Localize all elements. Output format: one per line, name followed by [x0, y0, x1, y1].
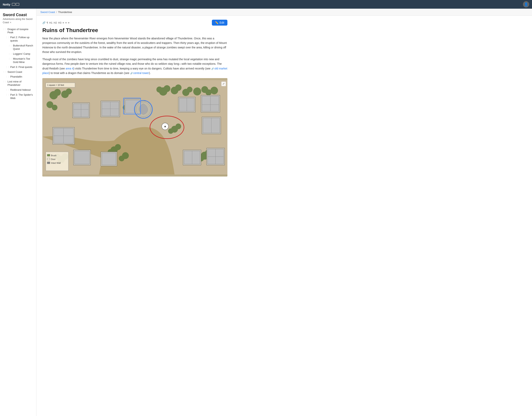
svg-rect-71 [74, 151, 90, 164]
main-layout: Sword Coast Adventures along the Sword C… [0, 9, 532, 416]
svg-text:Intact Wall: Intact Wall [51, 162, 61, 164]
svg-point-7 [187, 87, 193, 93]
article-paragraph-1: Near the place where the Neverwinter Riv… [42, 36, 227, 54]
drag-handle-icon[interactable]: ⋮⋮ [6, 75, 10, 78]
list1-tool[interactable]: ≡ [63, 21, 64, 24]
svg-rect-86 [47, 158, 50, 160]
sidebar-item-label: Redbrand hideout [10, 88, 35, 92]
svg-point-3 [156, 86, 163, 93]
svg-point-5 [175, 85, 182, 91]
svg-point-11 [211, 87, 218, 94]
drag-handle-icon[interactable]: ⋮⋮ [6, 66, 10, 68]
h2-tool[interactable]: H2 [54, 21, 57, 24]
drag-handle-icon[interactable]: ⋮⋮ [6, 89, 10, 91]
svg-point-2 [164, 85, 171, 92]
sidebar-item-label: Mountain's Toe Gold Mine [13, 57, 35, 64]
drag-handle-icon[interactable]: ⋮⋮ [8, 53, 12, 55]
breadcrumb: Sword Coast / Thundertree [36, 9, 532, 16]
sidebar-title: Sword Coast [0, 11, 36, 18]
sidebar-item-lost-mine[interactable]: ⋮⋮Lost mine of Phandelver [0, 79, 36, 88]
svg-point-33 [168, 129, 174, 134]
svg-text:Door: Door [51, 158, 56, 160]
sidebar-item-part3-spiders-web[interactable]: ⋮⋮Part 3: The Spider's Web [0, 93, 36, 101]
sidebar-item-label: Part 2: Follow up quests [10, 36, 35, 43]
drag-handle-icon[interactable]: ⋮⋮ [3, 80, 7, 83]
h3-tool[interactable]: H3 [58, 21, 61, 24]
map-svg: ★ [42, 78, 227, 177]
sidebar-item-label: Butterskull Ranch Quest [13, 44, 35, 51]
svg-point-15 [66, 88, 72, 95]
dungeon-map: ★ [42, 78, 227, 177]
drag-handle-icon[interactable]: ⋮⋮ [6, 94, 10, 96]
sidebar-item-butterskull[interactable]: ⋮⋮Butterskull Ranch Quest [0, 43, 36, 52]
sidebar-item-phandalin[interactable]: ⋮⋮Phandallin [0, 74, 36, 79]
svg-point-8 [193, 87, 201, 95]
close-icon[interactable]: ✕ [10, 21, 11, 24]
content-area: 🔗 ¶ H1 H2 H3 ≡ ≡ ≡ ✏️ Edit Ruins of Thun… [36, 16, 233, 184]
map-container: ★ [42, 78, 227, 177]
sidebar-item-label: Part 3: Final quests [10, 66, 35, 69]
central-tower-link[interactable]: 🔗central tower [130, 71, 149, 75]
drag-handle-icon[interactable]: ⋮⋮ [8, 44, 12, 47]
edit-button[interactable]: ✏️ Edit [212, 20, 227, 26]
svg-point-13 [54, 89, 61, 96]
drag-handle-icon[interactable]: ⋮⋮ [3, 71, 7, 73]
sidebar-item-label: Dragon of Icespire Peak [8, 28, 35, 34]
topbar-left: Notty [3, 3, 19, 6]
sidebar: Sword Coast Adventures along the Sword C… [0, 9, 36, 416]
app-logo: Notty [3, 3, 10, 6]
sidebar-items: ⋮⋮Dragon of Icespire Peak⋮⋮Part 2: Follo… [0, 26, 36, 102]
sidebar-item-label: Loggers' Camp [13, 52, 35, 56]
area4-link[interactable]: area 4 [66, 67, 73, 70]
svg-rect-73 [102, 153, 116, 165]
sidebar-item-part3-final[interactable]: ⋮⋮Part 3: Final quests [0, 65, 36, 70]
svg-text:⤢: ⤢ [222, 82, 225, 85]
drag-handle-icon[interactable]: ⋮⋮ [3, 28, 7, 30]
main-content: Sword Coast / Thundertree 🔗 ¶ H1 H2 H3 ≡… [36, 9, 532, 416]
format-toolbar: 🔗 ¶ H1 H2 H3 ≡ ≡ ≡ [42, 21, 69, 24]
list2-tool[interactable]: ≡ [65, 21, 67, 24]
article-paragraph-2: Though most of the zombies have long sin… [42, 57, 227, 75]
grid-icon[interactable] [12, 3, 19, 6]
svg-rect-84 [47, 154, 50, 156]
sidebar-item-label: Part 3: The Spider's Web [10, 93, 35, 100]
paragraph-tool[interactable]: ¶ [47, 21, 48, 24]
svg-rect-88 [47, 162, 50, 164]
user-avatar[interactable]: 👤 [523, 1, 529, 8]
sidebar-item-label: Lost mine of Phandelver [8, 80, 35, 87]
link-tool[interactable]: 🔗 [42, 21, 46, 24]
sidebar-item-loggers-camp[interactable]: ⋮⋮Loggers' Camp [0, 52, 36, 57]
svg-text:1 square = 10 feet: 1 square = 10 feet [47, 84, 64, 86]
drag-handle-icon[interactable]: ⋮⋮ [6, 36, 10, 38]
sidebar-item-redbrand[interactable]: ⋮⋮Redbrand hideout [0, 88, 36, 93]
sidebar-item-label: Sword Coast [8, 70, 35, 74]
svg-point-17 [52, 105, 58, 110]
edit-pencil-icon: ✏️ [215, 21, 218, 24]
svg-text:★: ★ [164, 125, 166, 128]
list3-tool[interactable]: ≡ [68, 21, 69, 24]
h1-tool[interactable]: H1 [49, 21, 53, 24]
svg-point-35 [115, 144, 121, 150]
breadcrumb-parent[interactable]: Sword Coast [40, 11, 55, 14]
svg-point-38 [119, 156, 125, 161]
sidebar-item-label: Phandallin [10, 75, 35, 78]
toolbar-row: 🔗 ¶ H1 H2 H3 ≡ ≡ ≡ ✏️ Edit [42, 20, 227, 26]
article-body: Near the place where the Neverwinter Riv… [42, 36, 227, 75]
sidebar-subtitle: Adventures along the Sword Coast ✕ [0, 18, 36, 26]
sidebar-item-mountains-toe[interactable]: ⋮⋮Mountain's Toe Gold Mine [0, 57, 36, 65]
breadcrumb-separator: / [56, 11, 57, 14]
svg-text:Brush: Brush [51, 154, 57, 157]
sidebar-item-part2-follow-up[interactable]: ⋮⋮Part 2: Follow up quests [0, 35, 36, 43]
sidebar-item-sword-coast[interactable]: ⋮⋮Sword Coast [0, 70, 36, 75]
svg-point-32 [175, 123, 181, 129]
sidebar-item-dragon-of-icespire[interactable]: ⋮⋮Dragon of Icespire Peak [0, 27, 36, 35]
article-title: Ruins of Thundertree [42, 27, 227, 33]
breadcrumb-current: Thundertree [58, 11, 72, 14]
topbar: Notty 👤 [0, 0, 532, 9]
drag-handle-icon[interactable]: ⋮⋮ [8, 57, 12, 60]
